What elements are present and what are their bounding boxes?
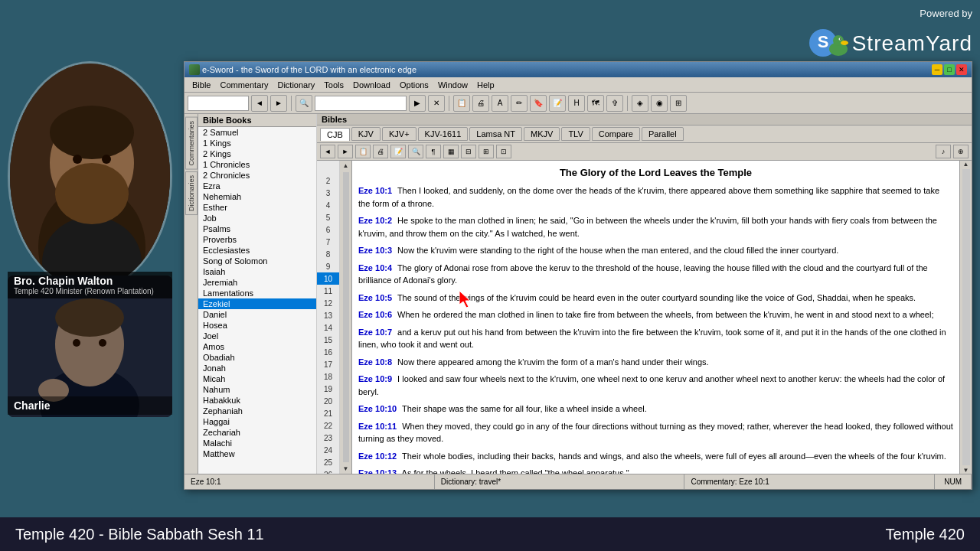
version-tab-mkjv[interactable]: MKJV [524, 127, 560, 141]
book-joel[interactable]: Joel [198, 331, 316, 341]
book-input[interactable] [188, 96, 249, 111]
verse-ref-4[interactable]: Eze 10:4 [358, 263, 392, 272]
verse-ref-11[interactable]: Eze 10:11 [358, 422, 397, 431]
verse-toolbar-back[interactable]: ◄ [320, 145, 335, 158]
book-1chronicles[interactable]: 1 Chronicles [198, 159, 316, 170]
toolbar-extra3[interactable]: ⊞ [670, 95, 687, 112]
version-tab-tlv[interactable]: TLV [561, 127, 590, 141]
book-nehemiah[interactable]: Nehemiah [198, 191, 316, 202]
close-button[interactable]: ✕ [956, 64, 967, 75]
verse-toolbar-search[interactable]: 🔍 [408, 145, 423, 158]
verses-content[interactable]: The Glory of the Lord Leaves the Temple … [352, 161, 959, 474]
version-tab-kjvplus[interactable]: KJV+ [382, 127, 416, 141]
book-obadiah[interactable]: Obadiah [198, 352, 316, 363]
chapter-num-26[interactable]: 26 [317, 468, 339, 474]
verse-ref-5[interactable]: Eze 10:5 [358, 293, 392, 302]
book-esther[interactable]: Esther [198, 202, 316, 213]
version-tab-kjv1611[interactable]: KJV-1611 [418, 127, 469, 141]
book-micah[interactable]: Micah [198, 373, 316, 384]
book-job[interactable]: Job [198, 213, 316, 223]
chapter-num-22[interactable]: 22 [317, 419, 339, 432]
book-nahum[interactable]: Nahum [198, 384, 316, 395]
chapter-num-12[interactable]: 12 [317, 297, 339, 309]
chapter-num-23[interactable]: 23 [317, 432, 339, 444]
verse-ref-13[interactable]: Eze 10:13 [358, 468, 397, 474]
version-tab-kjv[interactable]: KJV [351, 127, 381, 141]
toolbar-extra2[interactable]: ◉ [651, 95, 668, 112]
verse-toolbar-extra2[interactable]: ⊡ [496, 145, 511, 158]
chapter-num-17[interactable]: 17 [317, 358, 339, 370]
book-hosea[interactable]: Hosea [198, 320, 316, 331]
chapter-num-9[interactable]: 9 [317, 260, 339, 272]
verse-toolbar-audio[interactable]: ♪ [936, 145, 951, 158]
book-1kings[interactable]: 1 Kings [198, 138, 316, 148]
book-isaiah[interactable]: Isaiah [198, 266, 316, 277]
title-bar-buttons[interactable]: ─ □ ✕ [932, 64, 967, 75]
side-tab-dictionaries[interactable]: Dictionaries [185, 171, 198, 215]
version-tab-lamsant[interactable]: Lamsa NT [469, 127, 522, 141]
book-haggai[interactable]: Haggai [198, 416, 316, 427]
toolbar-bookmark-btn[interactable]: 🔖 [530, 95, 547, 112]
chapter-num-21[interactable]: 21 [317, 407, 339, 419]
verse-ref-9[interactable]: Eze 10:9 [358, 374, 392, 383]
book-jeremiah[interactable]: Jeremiah [198, 277, 316, 288]
book-matthew[interactable]: Matthew [198, 448, 316, 459]
chapter-num-25[interactable]: 25 [317, 456, 339, 468]
chapter-num-3[interactable]: 3 [317, 187, 339, 199]
chapter-num-5[interactable]: 5 [317, 211, 339, 223]
version-tab-parallel[interactable]: Parallel [642, 127, 684, 141]
verse-toolbar-extra1[interactable]: ⊞ [479, 145, 494, 158]
toolbar-search-btn[interactable]: 🔍 [296, 95, 312, 112]
book-zechariah[interactable]: Zechariah [198, 427, 316, 438]
search-input[interactable] [315, 96, 407, 111]
chapter-num-14[interactable]: 14 [317, 321, 339, 334]
menu-bible[interactable]: Bible [188, 80, 215, 90]
verse-toolbar-wide[interactable]: ⊟ [461, 145, 476, 158]
book-2chronicles[interactable]: 2 Chronicles [198, 170, 316, 181]
book-amos[interactable]: Amos [198, 341, 316, 352]
toolbar-highlight-btn[interactable]: ✏ [511, 95, 528, 112]
book-song-of-solomon[interactable]: Song of Solomon [198, 256, 316, 266]
maximize-button[interactable]: □ [944, 64, 955, 75]
scroll-right-up[interactable]: ▲ [963, 161, 969, 168]
verse-ref-2[interactable]: Eze 10:2 [358, 216, 392, 225]
chapter-num-blank[interactable] [317, 162, 339, 174]
book-habakkuk[interactable]: Habakkuk [198, 395, 316, 406]
book-zephaniah[interactable]: Zephaniah [198, 406, 316, 416]
verse-ref-8[interactable]: Eze 10:8 [358, 357, 392, 367]
chapter-num-10[interactable]: 10 [317, 272, 339, 285]
book-lamentations[interactable]: Lamentations [198, 288, 316, 298]
book-ezra[interactable]: Ezra [198, 181, 316, 191]
right-scrollbar[interactable]: ▲ ▼ [959, 161, 972, 474]
chapter-num-16[interactable]: 16 [317, 346, 339, 358]
chapter-num-13[interactable]: 13 [317, 309, 339, 321]
chapter-num-4[interactable]: 4 [317, 199, 339, 211]
book-jonah[interactable]: Jonah [198, 363, 316, 373]
chapter-num-15[interactable]: 15 [317, 334, 339, 346]
verse-ref-6[interactable]: Eze 10:6 [358, 310, 392, 319]
chapter-num-18[interactable]: 18 [317, 370, 339, 383]
verse-toolbar-format[interactable]: ¶ [426, 145, 441, 158]
scroll-right-down[interactable]: ▼ [963, 467, 969, 474]
menu-commentary[interactable]: Commentary [215, 80, 273, 90]
verse-toolbar-note[interactable]: 📝 [390, 145, 406, 158]
chapter-num-19[interactable]: 19 [317, 383, 339, 395]
verse-toolbar-fwd[interactable]: ► [338, 145, 353, 158]
scroll-up-arrow[interactable]: ▲ [341, 161, 351, 171]
toolbar-map-btn[interactable]: 🗺 [587, 95, 604, 112]
chapter-num-24[interactable]: 24 [317, 444, 339, 456]
chapter-num-8[interactable]: 8 [317, 248, 339, 260]
chapter-num-20[interactable]: 20 [317, 395, 339, 407]
side-tab-commentaries[interactable]: Commentaries [185, 117, 198, 170]
verse-ref-10[interactable]: Eze 10:10 [358, 404, 397, 413]
verse-ref-7[interactable]: Eze 10:7 [358, 328, 392, 337]
scroll-left-col[interactable]: ▲ ▼ [340, 161, 352, 474]
verse-toolbar-copy[interactable]: 📋 [355, 145, 371, 158]
toolbar-extra1[interactable]: ◈ [632, 95, 648, 112]
toolbar-copy-btn[interactable]: 📋 [453, 95, 470, 112]
book-proverbs[interactable]: Proverbs [198, 234, 316, 245]
menu-options[interactable]: Options [395, 80, 433, 90]
toolbar-next-btn[interactable]: ► [270, 95, 287, 112]
menu-dictionary[interactable]: Dictionary [273, 80, 319, 90]
scroll-down-arrow[interactable]: ▼ [341, 464, 351, 474]
